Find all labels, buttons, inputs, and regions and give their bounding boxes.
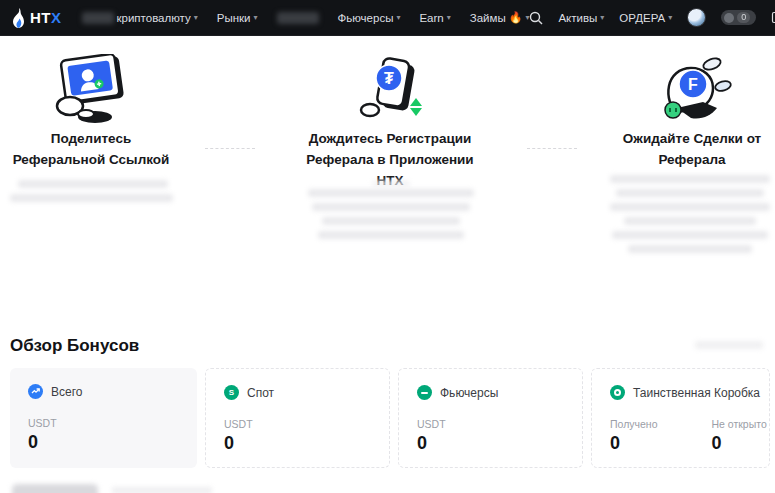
- menu-earn-label: Earn: [419, 12, 443, 24]
- blurred-text-line: [18, 180, 168, 188]
- card-label: Фьючерсы: [440, 386, 498, 400]
- step-wait-trades: F Ожидайте Сделки от Реферала: [607, 52, 775, 170]
- blurred-link[interactable]: [695, 341, 763, 349]
- blurred-text-line: [616, 189, 764, 197]
- blurred-text-line: [308, 189, 474, 197]
- blurred-text-line: [628, 245, 752, 253]
- card-label: Спот: [247, 386, 274, 400]
- menu-buy-crypto[interactable]: криптовалюту ▾: [82, 12, 198, 24]
- rewards-count: 0: [737, 12, 750, 23]
- chevron-down-icon: ▾: [396, 13, 400, 22]
- menu-orders[interactable]: ОРДЕРА ▾: [619, 12, 672, 24]
- metric-value-received: 0: [610, 433, 657, 454]
- menu-buy-crypto-label: криптовалюту: [117, 12, 191, 24]
- blurred-text-line: [372, 181, 410, 186]
- card-label: Всего: [51, 385, 82, 399]
- menu-assets[interactable]: Активы ▾: [558, 12, 604, 24]
- metric-value: 0: [28, 432, 197, 453]
- menu-assets-label: Активы: [558, 12, 597, 24]
- menu-markets[interactable]: Рынки ▾: [217, 12, 258, 24]
- metric-value: 0: [224, 433, 389, 454]
- card-label: Таинственная Коробка: [633, 386, 760, 400]
- chevron-down-icon: ▾: [254, 13, 258, 22]
- flame-icon: 🔥: [509, 11, 523, 24]
- blurred-text-line: [10, 194, 173, 202]
- blurred-text-line: [318, 231, 464, 239]
- mystery-box-icon: [610, 385, 625, 400]
- top-navbar: HTX криптовалюту ▾ Рынки ▾ Фьючерсы ▾ Ea…: [0, 0, 775, 36]
- spot-bonus-icon: S: [224, 385, 239, 400]
- menu-earn[interactable]: Earn ▾: [419, 12, 450, 24]
- metric-unit: USDT: [417, 418, 582, 430]
- metric-value-unopened: 0: [711, 433, 766, 454]
- menu-loans[interactable]: Займы 🔥 ▾: [470, 11, 530, 24]
- menu-trade-blurred[interactable]: [277, 12, 319, 24]
- bonus-card-spot[interactable]: S Спот USDT 0: [205, 368, 390, 468]
- blurred-text-line: [322, 217, 460, 225]
- metric-unit: USDT: [224, 418, 389, 430]
- htx-logo-text: HTX: [30, 9, 62, 26]
- coin-icon: [724, 13, 734, 23]
- step-wait-registration: ₮ Дождитесь Регистрации Реферала в Прило…: [302, 54, 478, 191]
- bonus-card-total[interactable]: Всего USDT 0: [10, 368, 197, 468]
- support-chat-icon[interactable]: [771, 10, 775, 25]
- share-link-monitor-icon: [46, 54, 136, 124]
- blurred-text-line: [624, 217, 756, 225]
- chevron-down-icon: ▾: [447, 13, 451, 22]
- htx-flame-icon: [10, 8, 26, 28]
- metric-unit: USDT: [28, 417, 197, 429]
- blurred-text-line: [610, 203, 770, 211]
- main-menu: криптовалюту ▾ Рынки ▾ Фьючерсы ▾ Earn ▾…: [82, 11, 530, 24]
- step-title: Поделитесь Реферальной Ссылкой: [5, 128, 177, 170]
- user-avatar[interactable]: [687, 8, 706, 27]
- hand-with-coins-icon: F: [649, 52, 735, 124]
- referral-page: HTX криптовалюту ▾ Рынки ▾ Фьючерсы ▾ Ea…: [0, 0, 775, 493]
- blurred-text-line: [610, 175, 770, 183]
- blurred-word: [277, 12, 319, 24]
- menu-orders-label: ОРДЕРА: [619, 12, 665, 24]
- blurred-text-line: [612, 231, 768, 239]
- navbar-right: Активы ▾ ОРДЕРА ▾ 0: [529, 8, 775, 27]
- total-bonus-icon: [28, 384, 43, 399]
- metric-value: 0: [417, 433, 582, 454]
- metric-label-received: Получено: [610, 418, 657, 430]
- step-share-link: Поделитесь Реферальной Ссылкой: [5, 54, 177, 170]
- rewards-badge[interactable]: 0: [721, 10, 756, 25]
- svg-text:₮: ₮: [384, 70, 394, 87]
- chevron-down-icon: ▾: [194, 13, 198, 22]
- htx-logo[interactable]: HTX: [10, 8, 62, 28]
- step-connector: [205, 148, 255, 149]
- chevron-down-icon: ▾: [668, 13, 672, 22]
- chevron-down-icon: ▾: [600, 13, 604, 22]
- bonus-overview-heading: Обзор Бонусов: [10, 336, 139, 356]
- svg-text:F: F: [688, 76, 698, 93]
- futures-bonus-icon: [417, 385, 432, 400]
- search-icon[interactable]: [529, 11, 543, 25]
- blurred-word: [82, 12, 114, 24]
- app-registration-phone-icon: ₮: [352, 54, 428, 124]
- menu-futures[interactable]: Фьючерсы ▾: [338, 12, 401, 24]
- step-title: Ожидайте Сделки от Реферала: [607, 128, 775, 170]
- bonus-card-mystery-box[interactable]: Таинственная Коробка Получено 0 Не откры…: [591, 368, 770, 468]
- blurred-text-line: [112, 487, 212, 493]
- menu-markets-label: Рынки: [217, 12, 251, 24]
- blurred-text-line: [312, 203, 470, 211]
- menu-loans-label: Займы: [470, 12, 506, 24]
- bonus-card-futures[interactable]: Фьючерсы USDT 0: [398, 368, 583, 468]
- metric-label-unopened: Не открыто: [711, 418, 766, 430]
- blurred-tab[interactable]: [12, 484, 98, 493]
- menu-futures-label: Фьючерсы: [338, 12, 394, 24]
- step-connector: [527, 148, 577, 149]
